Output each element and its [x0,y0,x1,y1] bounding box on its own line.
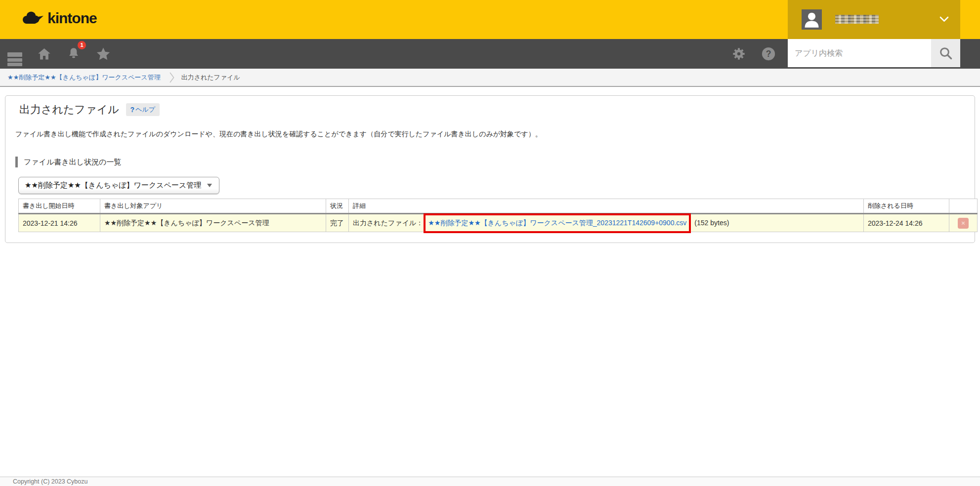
page-title: 出力されたファイル [19,102,119,117]
cell-detail: 出力されたファイル：★★削除予定★★【きんちゃぼ】ワークスペース管理_20231… [349,214,864,232]
header-detail: 詳細 [349,199,864,214]
table-header-row: 書き出し開始日時 書き出し対象アプリ 状況 詳細 削除される日時 [19,199,978,214]
delete-file-button[interactable]: × [958,218,969,229]
app-selector-dropdown[interactable]: ★★削除予定★★【きんちゃぼ】ワークスペース管理 [18,177,219,194]
favorites-star-icon[interactable] [95,39,112,69]
home-icon[interactable] [36,39,52,69]
svg-text:?: ? [766,49,771,59]
export-status-table: 書き出し開始日時 書き出し対象アプリ 状況 詳細 削除される日時 2023-12… [18,199,978,232]
header-delete-datetime: 削除される日時 [864,199,949,214]
file-size: (152 bytes) [694,219,729,227]
breadcrumb-parent-link[interactable]: ★★削除予定★★【きんちゃぼ】ワークスペース管理 [7,73,161,82]
notifications-bell-icon[interactable]: 1 [65,39,82,69]
main-toolbar: 1 ? [0,39,980,69]
settings-gear-icon[interactable] [730,39,747,69]
breadcrumb: ★★削除予定★★【きんちゃぼ】ワークスペース管理 出力されたファイル [0,69,980,87]
close-icon: × [961,219,965,227]
page-description: ファイル書き出し機能で作成されたファイルのダウンロードや、現在の書き出し状況を確… [15,130,966,139]
help-icon[interactable]: ? [760,39,777,69]
menu-icon[interactable] [6,39,23,69]
annotation-red-box: ★★削除予定★★【きんちゃぼ】ワークスペース管理_20231221T142609… [424,213,691,233]
header-target-app: 書き出し対象アプリ [100,199,326,214]
header-start-datetime: 書き出し開始日時 [19,199,100,214]
help-question-icon: ? [130,106,135,114]
page-footer: Copyright (C) 2023 Cybozu [0,477,980,486]
app-header: kintone [0,0,980,39]
search-button[interactable] [931,39,960,67]
cell-actions: × [949,214,978,232]
cell-start-datetime: 2023-12-21 14:26 [19,214,100,232]
chevron-down-icon [939,16,949,22]
user-menu[interactable] [788,0,960,39]
user-name-redacted [835,15,879,24]
cell-target-app: ★★削除予定★★【きんちゃぼ】ワークスペース管理 [100,214,326,232]
kintone-cloud-icon [22,10,44,26]
search-icon [938,46,953,61]
notification-count-badge: 1 [78,41,86,49]
detail-label: 出力されたファイル： [353,219,423,227]
exported-file-link[interactable]: ★★削除予定★★【きんちゃぼ】ワークスペース管理_20231221T142609… [428,219,686,227]
section-accent-bar [15,157,18,167]
person-icon [802,9,822,30]
caret-down-icon [207,184,212,187]
kintone-logo[interactable]: kintone [22,10,97,27]
cell-delete-datetime: 2023-12-24 14:26 [864,214,949,232]
section-title: ファイル書き出し状況の一覧 [24,158,121,167]
breadcrumb-separator-icon [170,72,174,83]
app-selector-label: ★★削除予定★★【きんちゃぼ】ワークスペース管理 [25,181,201,190]
header-actions [949,199,978,214]
cell-status: 完了 [326,214,349,232]
user-avatar [802,9,822,30]
help-link-label: ヘルプ [135,105,155,114]
breadcrumb-current: 出力されたファイル [181,73,240,82]
exported-files-panel: 出力されたファイル ? ヘルプ ファイル書き出し機能で作成されたファイルのダウン… [5,95,975,243]
section-header: ファイル書き出し状況の一覧 [15,157,966,167]
header-status: 状況 [326,199,349,214]
help-link[interactable]: ? ヘルプ [126,103,160,116]
app-search-input[interactable] [788,39,931,67]
table-row: 2023-12-21 14:26 ★★削除予定★★【きんちゃぼ】ワークスペース管… [19,214,978,232]
copyright-text: Copyright (C) 2023 Cybozu [13,478,87,485]
kintone-logo-text: kintone [47,10,97,27]
